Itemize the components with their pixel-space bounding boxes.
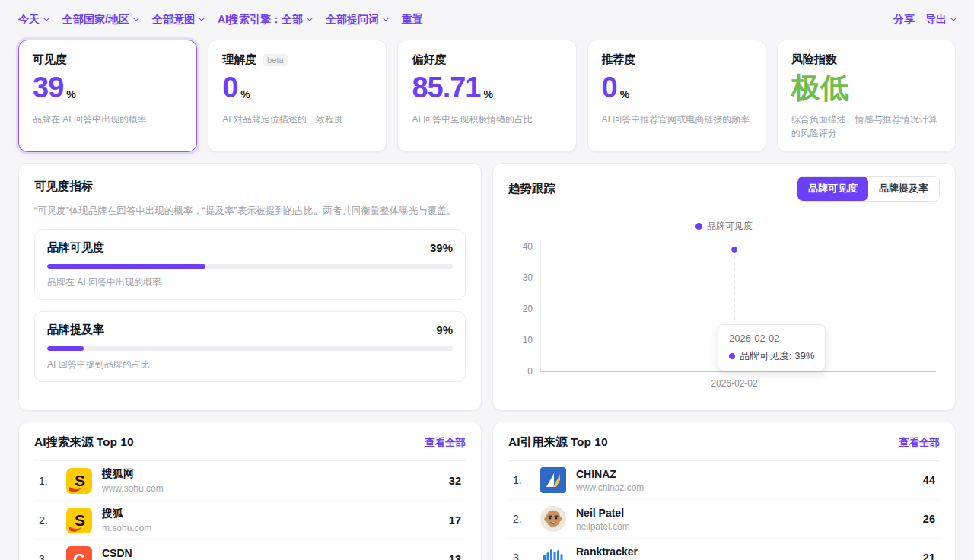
filter-date-range[interactable]: 今天 (18, 13, 49, 27)
chinaz-icon (540, 467, 566, 493)
filter-bar: 今天 全部国家/地区 全部意图 AI搜索引擎：全部 全部提问词 重置 (18, 8, 956, 32)
svg-text:2026-02-02: 2026-02-02 (711, 378, 758, 389)
source-count: 32 (449, 475, 461, 487)
top-actions: 分享 导出 (893, 13, 956, 27)
list-item[interactable]: 3. Ranktracker www.ranktracker.com 21 (508, 539, 940, 560)
kpi-unit: % (620, 88, 629, 100)
share-button[interactable]: 分享 (893, 13, 915, 27)
kpi-value: 85.71 (412, 73, 480, 103)
source-count: 17 (449, 514, 461, 527)
kpi-value: 0 (222, 73, 237, 103)
tooltip-value: 品牌可见度: 39% (740, 349, 814, 363)
sohu-icon: S (66, 468, 92, 494)
svg-text:0: 0 (527, 366, 533, 377)
legend-label: 品牌可见度 (707, 220, 753, 233)
kpi-unit: % (483, 88, 492, 100)
export-button[interactable]: 导出 (925, 13, 956, 27)
kpi-title: 风险指数 (791, 52, 837, 67)
source-domain: www.chinaz.com (576, 482, 644, 493)
list-item[interactable]: 2. Neil Patel neilpatel.com 26 (508, 500, 940, 539)
kpi-value: 极低 (791, 73, 849, 103)
kpi-title: 偏好度 (412, 52, 446, 67)
filter-intent[interactable]: 全部意图 (152, 13, 204, 27)
kpi-card-risk[interactable]: 风险指数 极低 综合负面描述、情感与推荐情况计算的风险评分 (777, 40, 956, 152)
list-item[interactable]: 1. CHINAZ www.chinaz.com 44 (508, 461, 940, 500)
reset-filters-label: 重置 (402, 13, 423, 27)
tooltip-date: 2026-02-02 (729, 332, 814, 344)
svg-text:S: S (75, 511, 85, 529)
toggle-brand-visibility[interactable]: 品牌可见度 (797, 177, 868, 201)
chevron-down-icon (383, 14, 389, 21)
kpi-title: 可见度 (33, 52, 67, 67)
metric-value: 9% (436, 323, 453, 336)
source-domain: m.sohu.com (102, 523, 151, 533)
progress-fill (47, 264, 205, 269)
dashboard-page: 今天 全部国家/地区 全部意图 AI搜索引擎：全部 全部提问词 重置 (0, 0, 974, 560)
kpi-unit: % (66, 88, 75, 100)
sohu-icon: S (66, 508, 92, 533)
svg-text:C: C (73, 550, 85, 560)
panel-title: 可见度指标 (34, 179, 466, 195)
progress-track (47, 346, 453, 351)
metric-value: 39% (430, 241, 453, 254)
source-name: Ranktracker (576, 546, 663, 558)
filter-date-range-label: 今天 (18, 13, 40, 27)
kpi-description: AI 回答中推荐官网或电商链接的频率 (602, 113, 752, 127)
chevron-down-icon (950, 14, 956, 21)
export-label: 导出 (925, 13, 947, 27)
ai-search-sources-panel: AI搜索来源 Top 10 查看全部 1. S 搜狐网 www.sohu.com… (18, 422, 482, 560)
trend-metric-toggle: 品牌可见度 品牌提及率 (797, 176, 940, 202)
bottom-row: AI搜索来源 Top 10 查看全部 1. S 搜狐网 www.sohu.com… (18, 422, 956, 560)
rank-number: 2. (513, 513, 540, 525)
chevron-down-icon (133, 14, 139, 21)
kpi-card-recommendation[interactable]: 推荐度 0 % AI 回答中推荐官网或电商链接的频率 (587, 40, 766, 152)
filter-ai-engine[interactable]: AI搜索引擎：全部 (218, 13, 312, 27)
view-all-link[interactable]: 查看全部 (899, 436, 940, 450)
filter-prompts[interactable]: 全部提问词 (326, 13, 388, 27)
kpi-title: 理解度 (222, 52, 256, 67)
trend-tracking-panel: 趋势跟踪 品牌可见度 品牌提及率 品牌可见度 0102030402026-02-… (492, 163, 956, 411)
source-name: Neil Patel (576, 507, 630, 519)
chart-tooltip: 2026-02-02 品牌可见度: 39% (718, 324, 826, 371)
svg-text:40: 40 (523, 241, 533, 252)
rank-number: 2. (39, 514, 66, 527)
rank-number: 1. (513, 474, 540, 486)
source-name: CSDN (102, 547, 156, 559)
chevron-down-icon (307, 14, 313, 21)
share-label: 分享 (893, 13, 915, 27)
toggle-brand-mention-rate[interactable]: 品牌提及率 (868, 177, 939, 201)
kpi-card-preference[interactable]: 偏好度 85.71 % AI 回答中呈现积极情绪的占比 (397, 40, 576, 152)
kpi-unit: % (240, 88, 250, 100)
kpi-description: 综合负面描述、情感与推荐情况计算的风险评分 (791, 113, 941, 141)
list-item[interactable]: 2. S 搜狐 m.sohu.com 17 (34, 501, 466, 540)
filter-prompts-label: 全部提问词 (326, 13, 379, 27)
filter-group: 今天 全部国家/地区 全部意图 AI搜索引擎：全部 全部提问词 重置 (18, 13, 423, 27)
chevron-down-icon (199, 14, 205, 21)
metric-description: 品牌在 AI 回答中出现的概率 (47, 276, 453, 289)
panel-title: 趋势跟踪 (508, 181, 555, 197)
ranktracker-icon (540, 545, 566, 560)
list-item[interactable]: 1. S 搜狐网 www.sohu.com 32 (34, 461, 466, 501)
source-name: 搜狐 (102, 507, 151, 520)
kpi-card-visibility[interactable]: 可见度 39 % 品牌在 AI 回答中出现的概率 (18, 40, 197, 152)
source-count: 21 (923, 552, 935, 560)
reset-filters-button[interactable]: 重置 (402, 13, 423, 27)
progress-track (47, 264, 453, 269)
list-item[interactable]: 3. C CSDN blog.csdn.net 13 (34, 540, 466, 560)
source-count: 44 (923, 474, 935, 486)
filter-ai-engine-label: AI搜索引擎：全部 (218, 13, 303, 27)
kpi-cards-row: 可见度 39 % 品牌在 AI 回答中出现的概率 理解度 beta 0 % AI… (18, 40, 956, 152)
metric-description: AI 回答中提到品牌的占比 (47, 358, 453, 371)
csdn-icon: C (66, 546, 92, 560)
kpi-card-understanding[interactable]: 理解度 beta 0 % AI 对品牌定位描述的一致程度 (208, 40, 387, 152)
svg-text:30: 30 (523, 272, 533, 283)
kpi-description: 品牌在 AI 回答中出现的概率 (33, 113, 183, 127)
source-count: 26 (923, 513, 935, 525)
filter-country[interactable]: 全部国家/地区 (62, 13, 138, 27)
kpi-description: AI 对品牌定位描述的一致程度 (222, 113, 372, 127)
view-all-link[interactable]: 查看全部 (425, 436, 466, 450)
trend-chart-area[interactable]: 0102030402026-02-02 2026-02-02 品牌可见度: 39… (508, 236, 940, 397)
svg-text:S: S (75, 472, 85, 489)
metric-name: 品牌可见度 (47, 240, 104, 255)
neil-patel-avatar (540, 506, 566, 532)
